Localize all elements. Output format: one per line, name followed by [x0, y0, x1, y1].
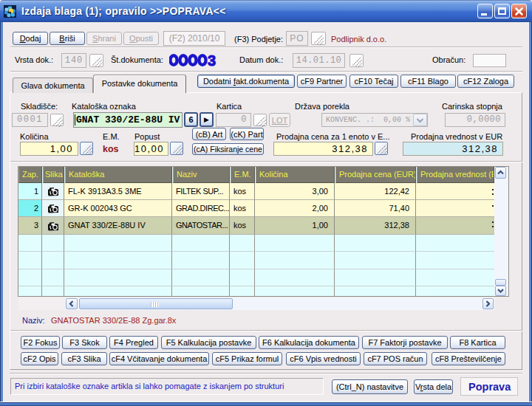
svg-text:3: 3 [208, 53, 216, 67]
